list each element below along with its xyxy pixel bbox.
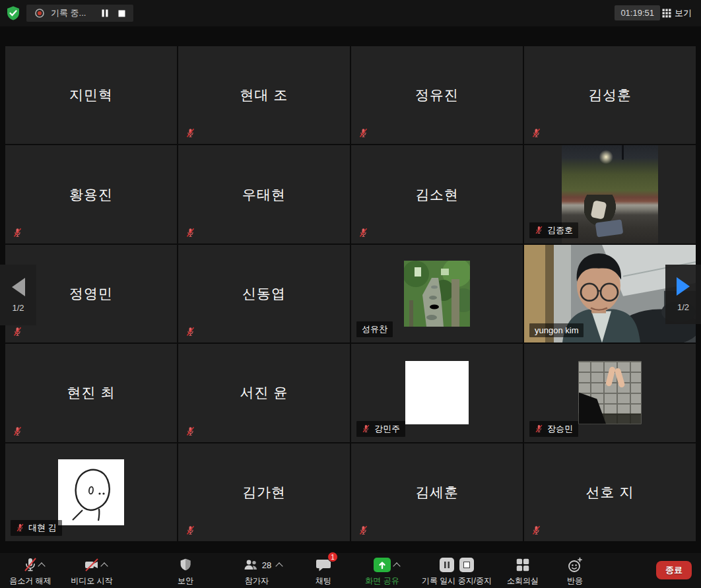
participant-tile[interactable]: 김소현	[351, 145, 523, 243]
participant-name: 장승민	[547, 423, 573, 435]
camera-muted-icon	[83, 556, 100, 573]
security-label: 보안	[178, 575, 193, 587]
audio-options-chevron[interactable]	[38, 562, 45, 570]
mic-muted-icon	[13, 327, 22, 337]
recording-controls[interactable]: 기록 일시 중지/중지	[415, 555, 499, 587]
share-screen-icon	[373, 557, 391, 573]
stop-recording-button-icon[interactable]	[459, 558, 474, 572]
participant-name: 김소현	[351, 145, 523, 243]
participant-name: 성유찬	[362, 323, 387, 335]
name-tag: yungon kim	[529, 323, 584, 337]
mic-muted-icon	[16, 523, 24, 532]
meeting-toolbar: 음소거 해제 비디오 시작 보안	[0, 553, 701, 588]
share-options-chevron[interactable]	[393, 562, 400, 570]
name-tag: 대현 김	[11, 520, 62, 536]
chevron-right-icon	[677, 277, 690, 296]
participants-options-chevron[interactable]	[276, 562, 283, 570]
meeting-security-shield-icon[interactable]	[5, 5, 21, 21]
gallery-grid-icon	[662, 9, 671, 18]
start-video-button[interactable]: 비디오 시작	[63, 555, 120, 587]
participant-tile[interactable]: 우태현	[178, 145, 350, 243]
share-screen-label: 화면 공유	[365, 575, 399, 587]
participant-tile[interactable]: 지민혁	[5, 46, 177, 144]
participants-button[interactable]: 28 참가자	[230, 555, 284, 587]
mic-muted-icon	[358, 525, 368, 535]
participant-name: 선호 지	[524, 443, 696, 541]
participant-tile-avatar[interactable]: 장승민	[524, 344, 696, 441]
participant-tile[interactable]: 현대 조	[178, 46, 350, 144]
participant-tile[interactable]: 선호 지	[524, 443, 696, 541]
participant-name: 현진 최	[5, 344, 177, 441]
mic-muted-icon	[13, 228, 22, 238]
participant-tile-avatar[interactable]: 성유찬	[351, 245, 523, 343]
chat-badge: 1	[327, 552, 338, 562]
participant-tile[interactable]: 신동엽	[178, 245, 350, 343]
participant-name: 서진 윤	[178, 344, 350, 441]
unmute-label: 음소거 해제	[9, 575, 51, 587]
stop-recording-icon[interactable]	[118, 10, 125, 17]
view-label: 보기	[675, 7, 692, 19]
unmute-button[interactable]: 음소거 해제	[0, 555, 61, 587]
participant-tile[interactable]: 김가현	[178, 443, 350, 541]
participant-name: 우태현	[178, 145, 350, 243]
participant-name: 강민주	[374, 423, 400, 435]
chat-button[interactable]: 1 채팅	[305, 555, 342, 587]
end-meeting-button[interactable]: 종료	[656, 561, 692, 579]
participant-name: 김성훈	[524, 46, 696, 144]
view-button[interactable]: 보기	[658, 5, 696, 21]
mic-muted-icon	[185, 228, 195, 238]
participants-icon	[242, 557, 259, 573]
recording-indicator: 기록 중...	[26, 5, 133, 22]
participant-name: 정유진	[351, 46, 523, 144]
participant-name: 현대 조	[178, 46, 350, 144]
participant-name: 김세훈	[351, 443, 523, 541]
breakout-rooms-icon	[515, 557, 531, 573]
participant-name: yungon kim	[535, 325, 578, 335]
forest-path-avatar	[404, 261, 470, 327]
page-indicator: 1/2	[12, 303, 24, 313]
mic-muted-icon	[358, 228, 368, 238]
reactions-button[interactable]: 반응	[556, 555, 594, 587]
name-tag: 성유찬	[356, 321, 393, 337]
name-tag: 강민주	[356, 421, 405, 437]
participant-name: 신동엽	[178, 245, 350, 343]
blank-white-avatar	[405, 361, 469, 424]
share-screen-button[interactable]: 화면 공유	[355, 555, 409, 587]
mic-muted-icon	[531, 525, 541, 535]
chat-label: 채팅	[316, 575, 331, 587]
participant-tile-avatar[interactable]: 대현 김	[5, 443, 177, 541]
record-dot-icon	[34, 8, 45, 18]
meeting-timer: 01:19:51	[615, 5, 660, 20]
participant-tile[interactable]: 김세훈	[351, 443, 523, 541]
recording-controls-label: 기록 일시 중지/중지	[422, 575, 492, 587]
participant-tile-avatar[interactable]: 강민주	[351, 344, 523, 441]
video-options-chevron[interactable]	[100, 562, 108, 570]
breakout-rooms-button[interactable]: 소회의실	[500, 555, 545, 587]
participant-tile[interactable]: 김성훈	[524, 46, 696, 144]
security-button[interactable]: 보안	[166, 555, 205, 587]
previous-page-button[interactable]: 1/2	[0, 265, 36, 325]
participants-label: 참가자	[245, 575, 269, 587]
participant-tile[interactable]: 현진 최	[5, 344, 177, 441]
participant-tile[interactable]: 정유진	[351, 46, 523, 144]
pause-recording-button-icon[interactable]	[440, 558, 454, 572]
reactions-smiley-icon	[566, 556, 584, 573]
participants-count: 28	[262, 560, 271, 570]
next-page-button[interactable]: 1/2	[665, 265, 701, 324]
participant-tile-video[interactable]: 김종호	[524, 145, 696, 243]
breakout-rooms-label: 소회의실	[507, 575, 539, 587]
participant-tile[interactable]: 서진 윤	[178, 344, 350, 441]
participant-tile[interactable]: 황용진	[5, 145, 177, 243]
doodle-face-avatar	[58, 459, 124, 525]
mic-muted-icon	[22, 556, 39, 573]
pause-recording-icon[interactable]	[101, 9, 109, 17]
shield-icon	[178, 557, 193, 573]
mic-muted-icon	[13, 426, 22, 436]
mic-muted-icon	[185, 128, 195, 138]
video-grid: 지민혁 현대 조 정유진 김성훈 황용진 우태현 김소현 김종호 정영민	[5, 46, 696, 541]
mic-muted-icon	[185, 525, 195, 535]
mic-muted-icon	[535, 226, 543, 234]
participant-name: 대현 김	[28, 522, 57, 534]
top-bar: 기록 중... 01:19:51 보기	[0, 0, 701, 26]
mic-muted-icon	[531, 128, 541, 138]
